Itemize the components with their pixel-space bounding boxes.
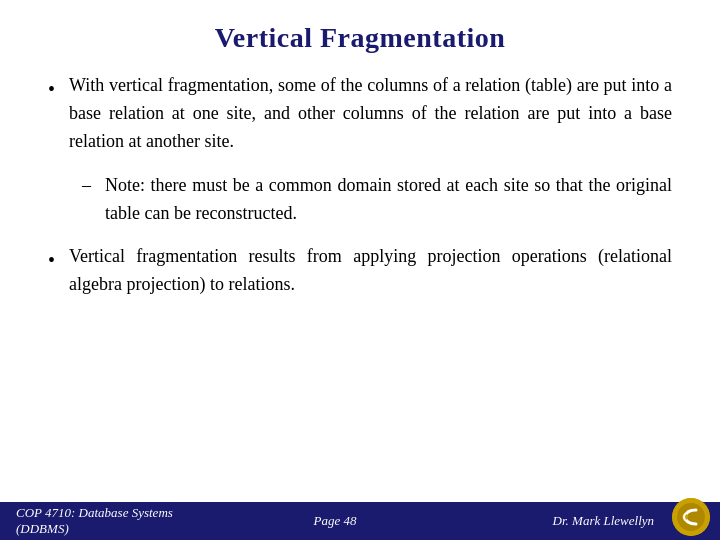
slide-footer: COP 4710: Database Systems (DDBMS) Page … <box>0 502 720 540</box>
bullet-text-1: With vertical fragmentation, some of the… <box>69 72 672 156</box>
slide: Vertical Fragmentation • With vertical f… <box>0 0 720 540</box>
sub-text-1: Note: there must be a common domain stor… <box>105 172 672 228</box>
logo-circle <box>672 498 710 536</box>
slide-content: • With vertical fragmentation, some of t… <box>0 72 720 502</box>
sub-item-1: – Note: there must be a common domain st… <box>82 172 672 228</box>
bullet-dot-2: • <box>48 245 55 275</box>
slide-title: Vertical Fragmentation <box>0 0 720 72</box>
logo-icon <box>672 498 710 536</box>
bullet-text-2: Vertical fragmentation results from appl… <box>69 243 672 299</box>
svg-point-1 <box>677 503 705 531</box>
footer-center: Page 48 <box>229 513 442 529</box>
footer-left: COP 4710: Database Systems (DDBMS) <box>16 505 229 537</box>
sub-dash-1: – <box>82 172 91 200</box>
bullet-item-1: • With vertical fragmentation, some of t… <box>48 72 672 156</box>
footer-logo <box>672 498 712 538</box>
bullet-item-2: • Vertical fragmentation results from ap… <box>48 243 672 299</box>
bullet-dot-1: • <box>48 74 55 104</box>
footer-right: Dr. Mark Llewellyn <box>441 513 704 529</box>
